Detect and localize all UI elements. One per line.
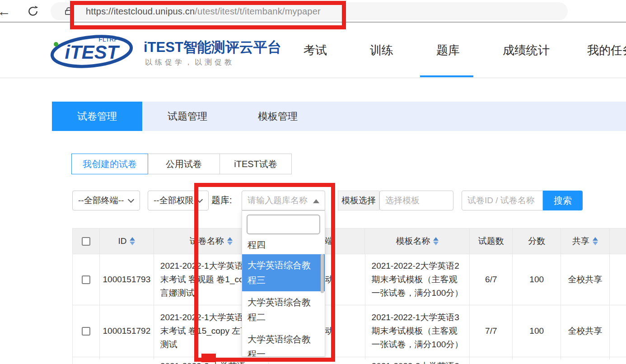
header-template-name: 模板名称 [396, 235, 430, 247]
header-share: 共享 [572, 235, 589, 247]
header-extra [610, 229, 626, 254]
annotation-box-url [70, 1, 346, 29]
search-button[interactable]: 搜索 [543, 191, 583, 210]
template-select-label: 模板选择 [338, 191, 379, 210]
paper-id: 1000151793 [103, 273, 150, 286]
nav-item-statistics[interactable]: 成绩统计 [503, 42, 550, 58]
chevron-down-icon [128, 196, 134, 203]
main-nav: 考试 训练 题库 成绩统计 我的任务 [304, 42, 626, 58]
svg-text:iTEST: iTEST [65, 42, 120, 63]
question-count: 7/7 [485, 326, 497, 336]
table-row: 1000151793 2021-2022-1大学英语2 期末考试 客观题 卷1_… [73, 254, 626, 305]
nav-active-underline [420, 75, 473, 77]
row-extra [610, 254, 626, 305]
annotation-red-block [201, 354, 216, 362]
itest-logo: iTEST FLTRP [50, 32, 140, 70]
template-name: 2021-2022-2大学英语2期末考试模板（主客观一张试卷，满分100分） [372, 359, 463, 364]
tab-strip: 试卷管理 试题管理 模板管理 [52, 102, 626, 131]
share-scope: 全校共享 [568, 274, 603, 285]
header-score: 分数 [528, 235, 545, 247]
page: ← https://itestcloud.unipus.cn/utest/ite… [0, 0, 626, 364]
paper-score: 100 [529, 275, 544, 285]
tab-paper-management[interactable]: 试卷管理 [52, 102, 142, 131]
brand-title: iTEST智能测评云平台 [144, 38, 281, 57]
papers-table: ID 试卷名称 终端 模板名称 试题数 分数 共享 1000151793 202… [72, 228, 626, 364]
header-question-count: 试题数 [478, 235, 504, 247]
nav-item-mytasks[interactable]: 我的任务 [587, 42, 626, 58]
header-id: ID [118, 236, 126, 246]
nav-item-exam[interactable]: 考试 [304, 42, 327, 58]
question-count: 6/7 [485, 275, 497, 285]
nav-item-itembank[interactable]: 题库 [436, 42, 460, 58]
terminal-select-value: --全部终端-- [78, 195, 124, 206]
table-row: 1000151792 2021-2022-1大学英语3 期末考试 卷15_cop… [73, 305, 626, 357]
paper-search-input[interactable] [462, 191, 543, 210]
sub-tabs: 我创建的试卷 公用试卷 iTEST试卷 [71, 154, 292, 174]
refresh-icon[interactable] [26, 5, 40, 20]
template-name: 2021-2022-2大学英语2期末考试模板（主客观一张试卷，满分100分） [372, 259, 463, 300]
back-icon[interactable]: ← [0, 4, 11, 19]
sort-icon[interactable] [593, 237, 598, 245]
select-all-checkbox[interactable] [82, 237, 90, 246]
permission-select-value: --全部权限-- [154, 195, 199, 206]
svg-text:FLTRP: FLTRP [98, 36, 118, 43]
row-extra [610, 305, 626, 357]
tab-question-management[interactable]: 试题管理 [142, 102, 233, 131]
sort-icon[interactable] [433, 237, 439, 245]
tab-template-management[interactable]: 模板管理 [233, 102, 323, 131]
paper-id: 1000151792 [103, 325, 150, 337]
annotation-box-dropdown [194, 183, 335, 362]
site-header: iTEST FLTRP iTEST智能测评云平台 以练促学，以测促教 考试 训练… [0, 23, 626, 78]
paper-score: 100 [529, 326, 544, 336]
nav-item-training[interactable]: 训练 [370, 42, 393, 58]
row-checkbox[interactable] [82, 275, 90, 284]
row-checkbox[interactable] [82, 327, 90, 336]
subtab-itest-papers[interactable]: iTEST试卷 [220, 154, 292, 174]
sort-icon[interactable] [130, 237, 135, 245]
table-row: 2021-2022-2 大学英语 2021-2022-2大学英语2期末考试模板（… [73, 357, 626, 364]
brand-tagline: 以练促学，以测促教 [145, 58, 234, 67]
terminal-select[interactable]: --全部终端-- [72, 191, 140, 210]
subtab-my-papers[interactable]: 我创建的试卷 [71, 154, 148, 174]
share-scope: 全校共享 [568, 325, 603, 337]
subtab-public-papers[interactable]: 公用试卷 [148, 154, 220, 174]
table-header-row: ID 试卷名称 终端 模板名称 试题数 分数 共享 [73, 229, 626, 254]
template-input[interactable] [379, 191, 453, 210]
template-name: 2021-2022-1大学英语3期末考试模板（主客观一张试卷，满分100分） [372, 311, 463, 351]
